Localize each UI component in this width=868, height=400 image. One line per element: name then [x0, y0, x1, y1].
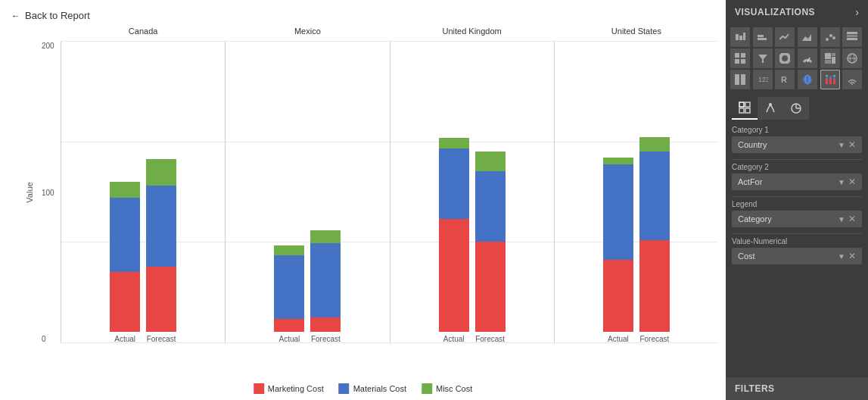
- viz-icon-stacked-col-active[interactable]: [820, 70, 840, 89]
- svg-rect-13: [741, 53, 745, 58]
- cat1-value: Country: [738, 140, 767, 149]
- svg-point-6: [826, 38, 829, 41]
- viz-icon-wifi[interactable]: [842, 70, 862, 89]
- svg-rect-1: [739, 36, 742, 40]
- value-remove[interactable]: ✕: [848, 251, 856, 261]
- panel-expand-chevron[interactable]: ›: [855, 6, 859, 18]
- legend-pill[interactable]: Category ▼ ✕: [732, 211, 862, 227]
- bar-segment-materials: [475, 171, 506, 242]
- viz-icon-funnel[interactable]: [753, 48, 773, 68]
- country-label-1: Mexico: [294, 27, 321, 36]
- visualizations-header: VISUALIZATIONS ›: [726, 0, 868, 24]
- viz-icon-globe[interactable]: [842, 48, 862, 68]
- bar-stack-2-0: [439, 138, 469, 332]
- bar-segment-marketing: [439, 219, 469, 332]
- cat2-pill[interactable]: ActFor ▼ ✕: [732, 173, 862, 190]
- viz-icon-gauge[interactable]: [798, 48, 817, 68]
- cat1-pill[interactable]: Country ▼ ✕: [732, 136, 862, 153]
- bar-col-2-1: Forecast: [475, 152, 506, 343]
- country-label-3: United States: [611, 27, 661, 36]
- legend-marketing: Marketing Cost: [254, 383, 324, 394]
- cat1-remove[interactable]: ✕: [848, 139, 856, 150]
- misc-swatch: [422, 383, 432, 394]
- viz-icon-bar[interactable]: [753, 27, 773, 47]
- viz-icon-kpi[interactable]: 123: [753, 70, 773, 89]
- legend-remove[interactable]: ✕: [848, 214, 856, 224]
- viz-icon-r-icon[interactable]: R: [775, 70, 795, 89]
- bar-segment-materials: [639, 152, 670, 240]
- bar-segment-misc: [439, 138, 469, 148]
- tab-fields[interactable]: [732, 97, 758, 120]
- svg-point-7: [829, 34, 832, 37]
- bar-col-0-1: Forecast: [146, 159, 176, 343]
- viz-icon-treemap[interactable]: [820, 48, 840, 68]
- cat1-label: Category 1: [732, 126, 862, 134]
- bar-segment-misc: [274, 245, 304, 255]
- legend-materials: Materials Cost: [339, 383, 406, 394]
- viz-icon-area[interactable]: [798, 27, 817, 47]
- bar-xlabel-2-0: Actual: [443, 335, 465, 343]
- svg-rect-34: [826, 75, 828, 77]
- y-axis-label: Value: [25, 182, 34, 202]
- svg-rect-12: [735, 53, 739, 58]
- legend-field-label: Legend: [732, 200, 862, 208]
- svg-rect-9: [847, 32, 857, 34]
- tab-format[interactable]: [758, 97, 783, 120]
- viz-icon-stacked-bar[interactable]: [730, 27, 750, 47]
- legend-value: Category: [738, 214, 772, 223]
- back-arrow-icon: ←: [11, 11, 20, 21]
- divider-2: [732, 196, 862, 197]
- back-to-report-button[interactable]: ← Back to Report: [4, 4, 98, 27]
- svg-rect-22: [825, 60, 831, 64]
- visualizations-title: VISUALIZATIONS: [735, 7, 815, 17]
- bar-segment-misc: [146, 159, 176, 186]
- bar-segment-materials: [146, 186, 176, 267]
- svg-rect-20: [832, 53, 835, 56]
- viz-icon-donut[interactable]: [775, 48, 795, 68]
- value-chevron[interactable]: ▼: [838, 252, 845, 261]
- cat2-remove[interactable]: ✕: [848, 177, 856, 187]
- legend-chevron[interactable]: ▼: [838, 215, 845, 223]
- viz-icon-matrix[interactable]: [730, 48, 750, 68]
- tab-analytics[interactable]: [783, 97, 809, 120]
- bar-stack-3-0: [603, 158, 633, 332]
- svg-rect-33: [826, 77, 828, 79]
- bar-segment-materials: [110, 198, 140, 272]
- bar-segment-materials: [310, 243, 341, 317]
- svg-rect-4: [758, 38, 767, 40]
- viz-icons-grid: 123 R: [726, 24, 868, 92]
- bar-xlabel-0-1: Forecast: [147, 335, 176, 343]
- bar-segment-marketing: [639, 240, 670, 332]
- bar-segment-misc: [475, 152, 506, 171]
- svg-rect-3: [758, 35, 764, 37]
- value-value: Cost: [738, 252, 755, 261]
- viz-icon-scatter[interactable]: [820, 27, 840, 47]
- svg-marker-5: [802, 34, 811, 41]
- viz-icon-table[interactable]: [842, 27, 862, 47]
- cat1-chevron[interactable]: ▼: [838, 141, 845, 149]
- svg-text:123: 123: [758, 76, 768, 83]
- country-label-2: United Kingdom: [442, 27, 501, 36]
- value-label: Value-Numerical: [732, 237, 862, 245]
- cat2-value: ActFor: [738, 177, 762, 186]
- viz-icon-line[interactable]: [775, 27, 795, 47]
- bar-xlabel-1-1: Forecast: [311, 335, 341, 343]
- bars-container: CanadaActualForecastMexicoActualForecast…: [61, 42, 718, 343]
- bar-xlabel-1-0: Actual: [278, 335, 300, 343]
- bar-col-3-1: Forecast: [639, 137, 670, 343]
- svg-marker-16: [758, 55, 767, 63]
- value-pill[interactable]: Cost ▼ ✕: [732, 248, 862, 264]
- legend-marketing-label: Marketing Cost: [268, 384, 324, 393]
- field-section-cat2: Category 2 ActFor ▼ ✕: [732, 163, 862, 190]
- bar-xlabel-0-0: Actual: [114, 335, 135, 343]
- cat2-chevron[interactable]: ▼: [838, 178, 845, 186]
- viz-icon-map-filled[interactable]: [798, 70, 817, 89]
- field-section-cat1: Category 1 Country ▼ ✕: [732, 126, 862, 153]
- viz-icon-cards[interactable]: [730, 70, 750, 89]
- bar-stack-3-1: [639, 137, 670, 332]
- field-section-value: Value-Numerical Cost ▼ ✕: [732, 237, 862, 264]
- bar-stack-0-1: [146, 159, 176, 332]
- bar-col-1-1: Forecast: [310, 230, 341, 343]
- svg-point-17: [780, 54, 789, 63]
- country-group-united-states: United StatesActualForecast: [554, 42, 718, 343]
